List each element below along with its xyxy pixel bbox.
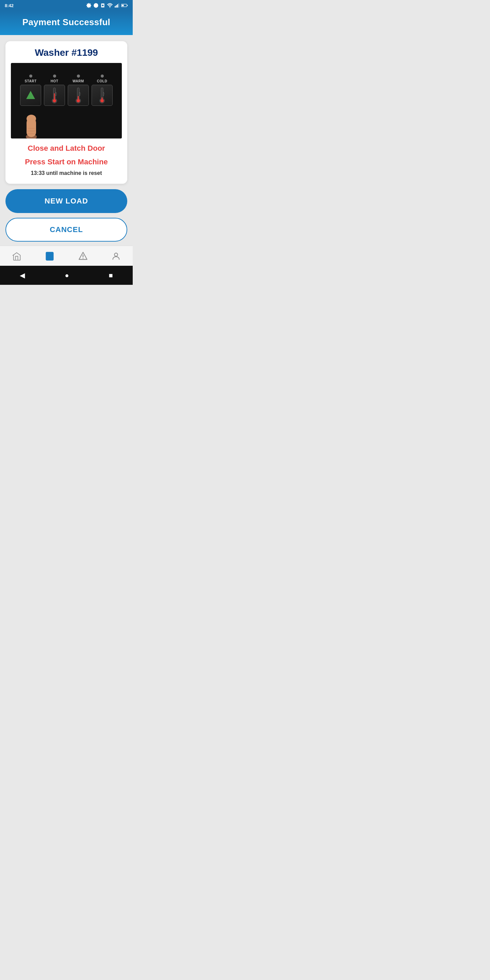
machine-title: Washer #1199: [11, 47, 122, 58]
start-arrow-icon: [25, 90, 36, 100]
machine-card: Washer #1199 START: [5, 41, 127, 184]
instructions-container: Close and Latch Door Press Start on Mach…: [11, 143, 122, 176]
svg-point-15: [53, 99, 56, 102]
cold-control: COLD: [92, 75, 113, 106]
washer-icon: [45, 251, 54, 261]
sim-icon: [100, 3, 105, 8]
home-button[interactable]: ●: [58, 270, 76, 281]
cold-thermometer-icon: [97, 86, 107, 104]
start-arrow-container: [21, 85, 41, 105]
header: Payment Successful: [0, 11, 133, 35]
finger-icon: [24, 111, 44, 138]
battery-icon: [121, 3, 128, 8]
hot-thermometer-icon: [50, 86, 59, 104]
svg-rect-4: [115, 6, 116, 8]
warm-label: WARM: [73, 79, 84, 83]
alert-icon: [78, 251, 88, 261]
svg-point-44: [51, 253, 52, 254]
svg-rect-2: [102, 5, 104, 6]
cold-button-display: [92, 85, 113, 106]
svg-point-42: [49, 256, 51, 258]
start-label: START: [24, 79, 37, 83]
hot-dot: [53, 75, 56, 78]
signal-icon: [115, 3, 119, 8]
start-dot: [29, 75, 32, 78]
hot-label: HOT: [51, 79, 59, 83]
warm-control: WARM: [68, 75, 89, 106]
warm-button-display: [68, 85, 89, 106]
nav-bar: ◀ ● ■: [0, 266, 133, 285]
button-area: NEW LOAD CANCEL: [0, 189, 133, 246]
svg-point-0: [94, 3, 98, 8]
svg-point-22: [76, 99, 80, 102]
warm-thermometer-icon: [73, 86, 83, 104]
start-control: START: [20, 75, 41, 106]
finger-area: [14, 111, 118, 138]
svg-point-47: [115, 253, 118, 256]
instruction-line1: Close and Latch Door: [11, 143, 122, 153]
home-icon: [12, 251, 21, 261]
back-button[interactable]: ◀: [13, 270, 32, 281]
hot-control: HOT: [44, 75, 65, 106]
nav-item-alert[interactable]: [73, 250, 93, 262]
svg-point-3: [110, 7, 110, 8]
status-icons: [86, 3, 128, 8]
page-title: Payment Successful: [7, 17, 126, 27]
svg-rect-26: [101, 88, 103, 99]
machine-image: START HOT: [11, 63, 122, 138]
controls-row: START HOT: [14, 68, 118, 111]
svg-rect-9: [127, 5, 127, 6]
svg-marker-11: [26, 91, 35, 99]
status-bar: 8:42: [0, 0, 133, 11]
cancel-button[interactable]: CANCEL: [5, 218, 127, 242]
warm-dot: [77, 75, 80, 78]
cold-dot: [101, 75, 104, 78]
cold-label: COLD: [97, 79, 107, 83]
profile-icon: [111, 251, 121, 261]
timer-text: 13:33 until machine is reset: [11, 170, 122, 176]
svg-point-29: [100, 99, 104, 102]
nav-item-home[interactable]: [6, 250, 27, 262]
circle-icon: [93, 3, 99, 8]
settings-icon: [86, 3, 92, 8]
square-button[interactable]: ■: [102, 270, 119, 281]
svg-rect-10: [122, 5, 124, 6]
status-time: 8:42: [5, 3, 14, 8]
svg-rect-6: [117, 5, 118, 8]
hot-button-display: [44, 85, 65, 106]
svg-rect-7: [118, 3, 119, 8]
nav-item-washer[interactable]: [40, 250, 60, 262]
main-content: Washer #1199 START: [0, 35, 133, 189]
new-load-button[interactable]: NEW LOAD: [5, 189, 127, 213]
svg-point-46: [83, 258, 83, 259]
nav-item-profile[interactable]: [106, 250, 126, 262]
svg-rect-5: [116, 5, 117, 8]
wifi-icon: [107, 3, 113, 8]
instruction-line2: Press Start on Machine: [11, 157, 122, 167]
bottom-nav: [0, 246, 133, 266]
svg-point-36: [27, 115, 36, 123]
start-button-display: [20, 85, 41, 106]
